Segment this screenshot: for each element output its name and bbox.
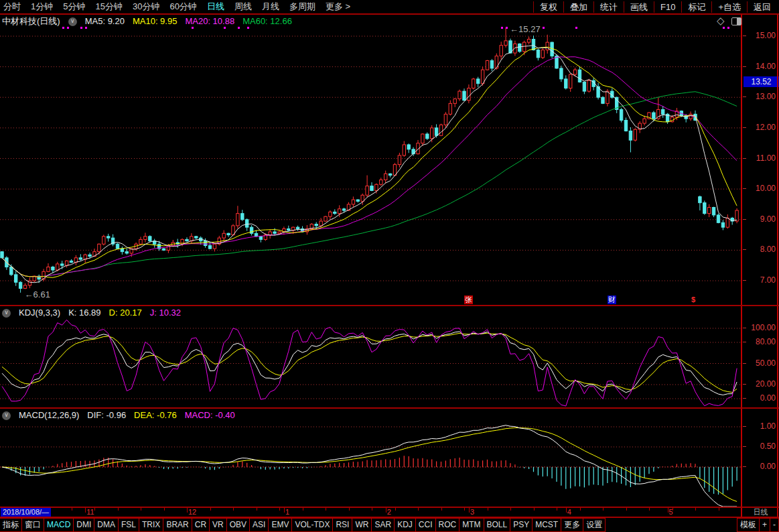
indicator-button[interactable]: MTM [459, 518, 484, 532]
indicator-button[interactable]: VR [209, 518, 227, 532]
price-axis-label: 13.00 [742, 92, 779, 101]
event-marker[interactable]: $ [691, 295, 696, 304]
indicator-button[interactable]: FSL [118, 518, 139, 532]
indicator-button[interactable]: 设置 [583, 518, 606, 532]
macd-chart[interactable] [0, 409, 741, 507]
indicator-button[interactable]: MACD [44, 518, 74, 532]
kdj-chart[interactable] [0, 306, 741, 407]
collapse-chevron-icon[interactable]: ∨ [2, 309, 11, 318]
toolbar-right-button[interactable]: 模板 [737, 518, 760, 532]
date-tick [326, 508, 326, 511]
macd-histogram [7, 456, 737, 494]
toolbar-right-button[interactable]: + [759, 518, 770, 532]
date-tick [395, 508, 396, 511]
indicator-button[interactable]: 更多 [561, 518, 583, 532]
period-tab[interactable]: 更多 > [326, 1, 350, 13]
kdj-j-value: J: 10.32 [150, 308, 181, 318]
main-chart-panel[interactable]: 中材科技(日线)∨MA5: 9.20MA10: 9.95MA20: 10.88M… [0, 14, 741, 306]
start-date-label: 2018/10/08/— [1, 508, 51, 517]
peak-price-label: ←15.27 [510, 24, 541, 34]
diamond-marker-icon[interactable]: ◇ [717, 15, 725, 27]
indicator-button[interactable]: DMA [94, 518, 119, 532]
indicator-button[interactable]: WR [352, 518, 372, 532]
event-marker[interactable]: 财 [608, 295, 616, 304]
top-menu-left: 分时1分钟5分钟15分钟30分钟60分钟日线周线月线多周期更多 > [0, 0, 360, 13]
month-tick [566, 508, 567, 513]
indicator-button[interactable]: 指标 [0, 518, 22, 532]
right-border [777, 14, 778, 517]
period-tab[interactable]: 多周期 [289, 1, 315, 13]
indicator-button[interactable]: ROC [435, 518, 460, 532]
indicator-button[interactable]: ASI [249, 518, 269, 532]
panel-layout-icon[interactable] [731, 17, 741, 25]
month-label: 4 [567, 508, 571, 517]
date-tick [649, 508, 650, 511]
toolbar-spacer [606, 518, 737, 532]
indicator-button[interactable]: PSY [510, 518, 533, 532]
indicator-button[interactable]: EMV [268, 518, 292, 532]
period-tab[interactable]: 60分钟 [169, 1, 196, 13]
indicator-button[interactable]: OBV [226, 518, 250, 532]
top-action-button[interactable]: 返回 [747, 1, 777, 13]
panel-divider [0, 407, 779, 409]
stock-title: 中材科技(日线) [2, 16, 60, 26]
top-action-button[interactable]: 统计 [593, 1, 624, 13]
ma20-value: MA20: 10.88 [185, 16, 234, 26]
candlestick-chart[interactable] [0, 14, 741, 306]
signal-mark [723, 27, 725, 29]
price-axis-label: 9.00 [742, 214, 779, 224]
top-action-button[interactable]: 标记 [681, 1, 711, 13]
macd-axis-label: 0.50 [742, 442, 779, 451]
period-tab[interactable]: 日线 [207, 1, 224, 13]
period-tab[interactable]: 5分钟 [63, 1, 85, 13]
date-tick [510, 508, 511, 511]
dea-line [2, 428, 737, 502]
indicator-button[interactable]: SAR [371, 518, 395, 532]
macd-dea-value: DEA: -0.76 [134, 410, 177, 420]
dif-line [2, 425, 737, 507]
collapse-chevron-icon[interactable]: ∨ [68, 17, 77, 26]
date-tick [233, 508, 234, 511]
signal-mark [501, 27, 503, 29]
indicator-button[interactable]: CCI [415, 518, 436, 532]
indicator-button[interactable]: MCST [532, 518, 561, 532]
macd-panel[interactable]: ∨MACD(12,26,9)DIF: -0.96DEA: -0.76MACD: … [0, 409, 741, 507]
date-tick [210, 508, 211, 511]
period-tab[interactable]: 30分钟 [133, 1, 159, 13]
top-action-button[interactable]: 画线 [624, 1, 654, 13]
top-action-button[interactable]: F10 [654, 1, 681, 13]
kdj-axis-label: 80.00 [742, 337, 779, 346]
top-action-button[interactable]: +自选 [711, 1, 747, 13]
period-tab[interactable]: 1分钟 [31, 1, 53, 13]
indicator-button[interactable]: CR [192, 518, 210, 532]
indicator-button[interactable]: DMI [73, 518, 94, 532]
period-tab[interactable]: 月线 [262, 1, 279, 13]
month-tick [386, 508, 386, 513]
date-tick [488, 508, 488, 511]
month-tick [668, 508, 668, 513]
price-axis-label: 8.00 [742, 245, 779, 254]
indicator-button[interactable]: RSI [332, 518, 352, 532]
event-marker[interactable]: 张 [464, 295, 473, 304]
period-tab[interactable]: 周线 [234, 1, 252, 13]
d-line [2, 333, 737, 392]
indicator-button[interactable]: 窗口 [21, 518, 44, 532]
kdj-title: KDJ(9,3,3) [19, 308, 60, 318]
indicator-button[interactable]: TRIX [139, 518, 163, 532]
month-tick [187, 508, 188, 513]
period-tab[interactable]: 15分钟 [95, 1, 122, 13]
indicator-button[interactable]: BRAR [163, 518, 192, 532]
macd-gridlines [0, 427, 741, 467]
macd-macd-value: MACD: -0.40 [185, 410, 235, 420]
indicator-button[interactable]: BOLL [484, 518, 511, 532]
top-action-button[interactable]: 复权 [533, 1, 563, 13]
top-action-button[interactable]: 叠加 [563, 1, 593, 13]
ma60-value: MA60: 12.66 [242, 16, 292, 26]
ma10-value: MA10: 9.95 [133, 16, 178, 26]
period-tab[interactable]: 分时 [3, 1, 21, 13]
indicator-button[interactable]: VOL-TDX [291, 518, 333, 532]
kdj-panel[interactable]: ∨KDJ(9,3,3)K: 16.89D: 20.17J: 10.32 [0, 306, 741, 407]
collapse-chevron-icon[interactable]: ∨ [2, 411, 11, 420]
indicator-button[interactable]: KDJ [394, 518, 416, 532]
toolbar-right-button[interactable]: - [770, 518, 779, 532]
